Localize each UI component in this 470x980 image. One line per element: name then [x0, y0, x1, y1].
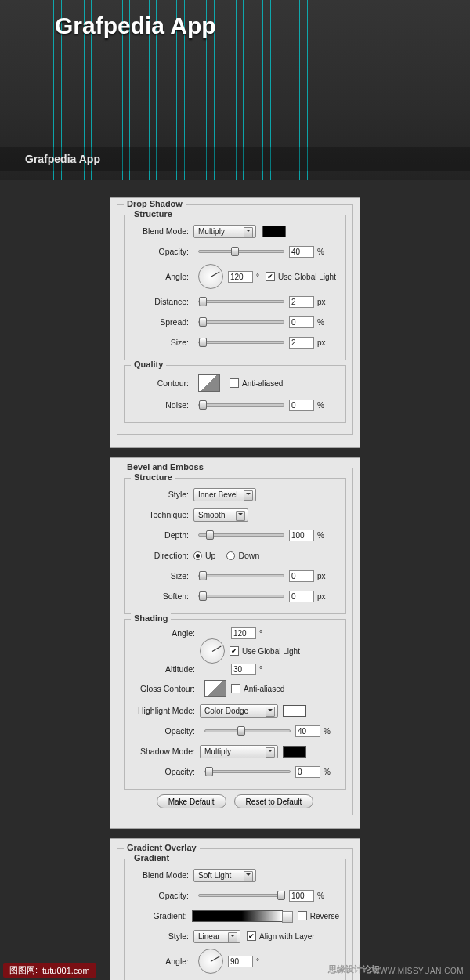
bv-up-label: Up	[205, 551, 215, 560]
bv-shadow-op-input[interactable]: 0	[295, 766, 320, 778]
bv-highlight-select[interactable]: Color Dodge	[200, 704, 278, 718]
make-default-button[interactable]: Make Default	[157, 794, 226, 808]
ds-angle-input[interactable]: 120	[228, 271, 253, 283]
bv-angle-input[interactable]: 120	[231, 627, 256, 639]
ds-contour-swatch[interactable]	[198, 374, 220, 392]
ds-opacity-slider[interactable]	[198, 250, 284, 253]
go-blend-select[interactable]: Soft Light	[193, 869, 256, 882]
bv-structure: Structure Style: Inner Bevel Technique: …	[124, 478, 346, 614]
bv-gloss-label: Gloss Contour:	[131, 684, 200, 693]
bv-highlight-op-label: Opacity:	[131, 726, 200, 736]
gradient-panel: Gradient Overlay Gradient Blend Mode: So…	[110, 838, 360, 980]
ds-antialias-checkbox[interactable]	[230, 378, 239, 388]
bv-style-select[interactable]: Inner Bevel	[193, 488, 256, 501]
bv-direction-down-radio[interactable]	[226, 551, 235, 560]
go-grad-label: Gradient:	[131, 911, 192, 920]
ds-color-swatch[interactable]	[262, 226, 286, 237]
go-reverse-label: Reverse	[310, 912, 339, 920]
go-angle-input[interactable]: 90	[228, 956, 253, 967]
bv-shadow-select[interactable]: Multiply	[200, 745, 278, 758]
ds-spread-slider[interactable]	[198, 320, 284, 324]
drop-shadow-title: Drop Shadow	[124, 199, 186, 208]
ds-angle-label: Angle:	[131, 272, 193, 281]
ds-contour-label: Contour:	[131, 378, 193, 388]
bv-down-label: Down	[238, 551, 259, 560]
ds-distance-label: Distance:	[131, 297, 193, 306]
ds-blend-select[interactable]: Multiply	[193, 225, 256, 238]
ds-size-label: Size:	[131, 338, 193, 347]
ds-noise-slider[interactable]	[198, 403, 284, 407]
bv-highlight-op-slider[interactable]	[204, 729, 291, 732]
bv-direction-up-radio[interactable]	[193, 551, 202, 560]
ds-noise-label: Noise:	[131, 400, 193, 410]
bv-global-light-checkbox[interactable]	[230, 646, 239, 656]
panel-area: Drop Shadow Structure Blend Mode: Multip…	[0, 180, 470, 980]
ds-spread-input[interactable]: 0	[289, 316, 314, 328]
reset-default-button[interactable]: Reset to Default	[234, 794, 314, 808]
ds-size-slider[interactable]	[198, 341, 284, 344]
bv-angle-dial[interactable]	[200, 638, 225, 664]
gradient-title: Gradient Overlay	[124, 843, 200, 852]
go-align-label: Align with Layer	[259, 932, 315, 941]
bv-angle-label: Angle:	[131, 628, 200, 638]
bv-technique-select[interactable]: Smooth	[193, 508, 248, 522]
go-reverse-checkbox[interactable]	[298, 911, 307, 920]
ds-distance-slider[interactable]	[198, 300, 284, 303]
hero-title: Grafpedia App	[55, 13, 216, 39]
ds-noise-input[interactable]: 0	[289, 400, 314, 411]
bv-style-label: Style:	[131, 490, 193, 499]
ds-angle-dial[interactable]	[198, 264, 223, 289]
bv-soften-input[interactable]: 0	[289, 591, 314, 602]
bv-technique-label: Technique:	[131, 510, 193, 519]
bv-altitude-input[interactable]: 30	[231, 664, 256, 675]
ds-opacity-label: Opacity:	[131, 247, 193, 256]
ds-global-light-checkbox[interactable]	[266, 272, 275, 281]
bv-structure-title: Structure	[131, 472, 175, 482]
ds-distance-input[interactable]: 2	[289, 296, 314, 308]
bv-shadow-swatch[interactable]	[283, 746, 306, 758]
bv-depth-slider[interactable]	[198, 533, 284, 537]
go-angle-label: Angle:	[131, 956, 193, 966]
go-style-select[interactable]: Linear	[193, 930, 240, 943]
bevel-title: Bevel and Emboss	[124, 462, 207, 472]
bv-depth-label: Depth:	[131, 530, 193, 540]
drop-shadow-fieldset: Drop Shadow Structure Blend Mode: Multip…	[117, 204, 353, 435]
bv-shadow-op-slider[interactable]	[204, 770, 291, 773]
ds-global-light-label: Use Global Light	[278, 273, 336, 281]
go-style-label: Style:	[131, 931, 193, 941]
ds-quality: Quality Contour: Anti-aliased Noise: 0 %	[124, 365, 346, 423]
bv-shading-title: Shading	[131, 613, 171, 623]
bv-gloss-swatch[interactable]	[204, 680, 226, 697]
bv-gloss-anti-checkbox[interactable]	[231, 684, 240, 693]
bv-shadow-op-label: Opacity:	[131, 767, 200, 776]
ds-spread-label: Spread:	[131, 317, 193, 327]
bv-depth-input[interactable]: 100	[289, 530, 314, 541]
go-align-checkbox[interactable]	[247, 931, 256, 941]
bv-shadow-label: Shadow Mode:	[131, 747, 200, 756]
go-angle-dial[interactable]	[198, 949, 223, 974]
bv-highlight-swatch[interactable]	[283, 705, 306, 717]
go-opacity-input[interactable]: 100	[289, 890, 314, 902]
header-area: Grafpedia App Grafpedia App	[0, 0, 470, 180]
gradient-inner: Gradient Blend Mode: Soft Light Opacity:…	[124, 859, 346, 980]
drop-shadow-panel: Drop Shadow Structure Blend Mode: Multip…	[110, 197, 360, 448]
footer-watermark-left: 图图网:tutu001.com	[3, 963, 96, 978]
bv-size-slider[interactable]	[198, 574, 284, 577]
gradient-section-title: Gradient	[131, 853, 172, 862]
ds-blend-label: Blend Mode:	[131, 226, 193, 236]
go-grad-swatch[interactable]	[192, 910, 283, 922]
footer-watermark-right: WWW.MISSYUAN.COM	[372, 967, 464, 975]
ds-size-input[interactable]: 2	[289, 337, 314, 349]
subtitle-bar: Grafpedia App	[0, 147, 470, 171]
go-opacity-slider[interactable]	[198, 894, 284, 897]
ds-opacity-input[interactable]: 40	[289, 246, 314, 258]
bv-size-label: Size:	[131, 571, 193, 580]
gradient-fieldset: Gradient Overlay Gradient Blend Mode: So…	[117, 848, 353, 980]
bv-soften-slider[interactable]	[198, 595, 284, 598]
bv-direction-label: Direction:	[131, 551, 193, 560]
ds-structure-title: Structure	[131, 209, 175, 219]
bv-size-input[interactable]: 0	[289, 570, 314, 582]
bv-highlight-op-input[interactable]: 40	[295, 725, 320, 737]
subtitle-text: Grafpedia App	[25, 153, 100, 165]
bv-global-light-label: Use Global Light	[242, 647, 300, 656]
